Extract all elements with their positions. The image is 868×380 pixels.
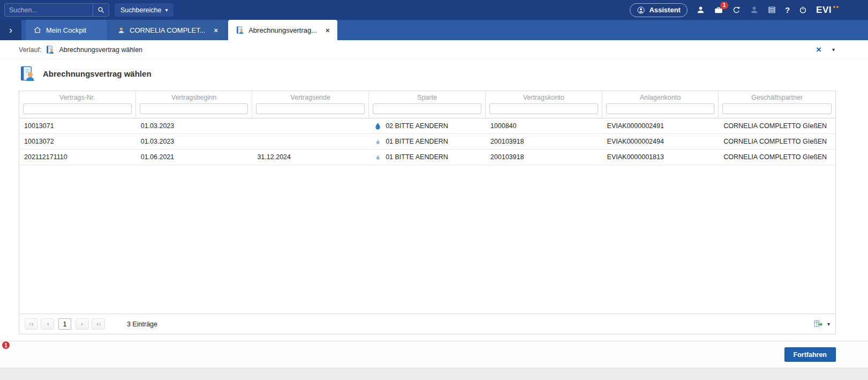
chevron-down-icon[interactable]: ▾: [832, 47, 835, 53]
assistant-icon: [637, 6, 645, 14]
pagination-bar: 3 Einträge ▾: [19, 314, 835, 334]
page-icon: [19, 65, 36, 82]
action-footer: Fortfahren: [0, 341, 868, 368]
export-icon: [813, 319, 824, 329]
help-icon: ?: [785, 5, 790, 14]
redo-button[interactable]: [732, 5, 741, 14]
last-page-button[interactable]: [92, 318, 105, 330]
history-breadcrumb: Verlauf: Abrechnungsvertrag wählen × ▾: [0, 40, 868, 59]
entries-count: 3 Einträge: [127, 321, 157, 328]
cell-vertrags-nr: 10013072: [19, 138, 136, 145]
history-entry-link[interactable]: Abrechnungsvertrag wählen: [59, 46, 142, 54]
filter-vertrags-nr[interactable]: [23, 103, 132, 114]
search-input[interactable]: [5, 4, 93, 16]
user-button[interactable]: [696, 5, 705, 14]
notification-badge: 1: [720, 2, 728, 9]
continue-button[interactable]: Fortfahren: [784, 347, 836, 362]
page-number-input[interactable]: [58, 318, 71, 330]
filter-sparte[interactable]: [373, 103, 481, 114]
table-header: Vertrags-Nr. Vertragsbeginn Vertragsende…: [19, 91, 835, 118]
cell-geschaeftspartner: CORNELIA COMPLETTO GIeßEN: [719, 122, 835, 130]
contracts-table: Vertrags-Nr. Vertragsbeginn Vertragsende…: [19, 91, 836, 334]
history-label: Verlauf:: [19, 46, 41, 54]
cell-sparte: 01 BITTE AENDERN: [369, 153, 486, 161]
app-window: Suchbereiche ▾ Assistent 1: [0, 0, 868, 380]
help-button[interactable]: ?: [785, 5, 790, 14]
cell-geschaeftspartner: CORNELIA COMPLETTO GIeßEN: [719, 138, 835, 145]
prev-page-icon: [44, 321, 51, 327]
water-drop-icon: [374, 122, 382, 130]
partner-icon: [117, 26, 125, 34]
assistant-button[interactable]: Assistent: [630, 3, 688, 17]
cell-vertragsbeginn: 01.03.2023: [136, 138, 253, 145]
filter-vertragsende[interactable]: [256, 103, 365, 114]
column-header-vertragsbeginn[interactable]: Vertragsbeginn: [136, 91, 253, 118]
table-row[interactable]: 10013072 01.03.2023 01 BITTE AENDERN 200…: [19, 134, 835, 150]
redo-arrow-icon: [732, 5, 741, 14]
tab-label: Mein Cockpit: [46, 26, 86, 34]
gas-flame-icon: [374, 153, 382, 161]
filter-geschaeftspartner[interactable]: [722, 103, 832, 114]
list-icon: [767, 5, 776, 14]
cell-anlagenkonto: EVIAK0000002491: [602, 122, 719, 130]
tab-abrechnungsvertrag[interactable]: Abrechnungsvertrag... ×: [228, 20, 337, 40]
column-header-geschaeftspartner[interactable]: Geschäftspartner: [719, 91, 835, 118]
cell-vertragsende: 31.12.2024: [252, 153, 369, 161]
column-header-anlagenkonto[interactable]: Anlagenkonto: [602, 91, 719, 118]
chevron-down-icon: ▾: [165, 8, 168, 13]
next-page-button[interactable]: [76, 318, 89, 330]
table-empty-area: [19, 165, 835, 314]
search-scope-label: Suchbereiche: [120, 6, 161, 14]
last-page-icon: [95, 321, 102, 327]
tab-mein-cockpit[interactable]: Mein Cockpit: [26, 20, 107, 40]
filter-vertragsbeginn[interactable]: [140, 103, 248, 114]
main-content: Verlauf: Abrechnungsvertrag wählen × ▾ A…: [0, 40, 868, 380]
next-page-icon: [79, 321, 86, 327]
app-logo-text: EVI: [816, 5, 832, 16]
column-header-sparte[interactable]: Sparte: [369, 91, 486, 118]
user-settings-button[interactable]: [750, 5, 759, 14]
contract-icon: [46, 45, 55, 54]
chevron-down-icon[interactable]: ▾: [827, 321, 830, 327]
assistant-label: Assistent: [649, 6, 681, 14]
statusbar: [0, 368, 868, 380]
cell-sparte: 02 BITTE AENDERN: [369, 122, 486, 130]
column-header-vertragsende[interactable]: Vertragsende: [252, 91, 369, 118]
gas-flame-icon: [374, 138, 382, 146]
logo-dots-icon: [833, 6, 839, 8]
table-row[interactable]: 10013071 01.03.2023 02 BITTE AENDERN 100…: [19, 118, 835, 134]
global-search: [4, 3, 109, 17]
tab-label: Abrechnungsvertrag...: [248, 26, 317, 34]
home-icon: [33, 26, 42, 34]
search-button[interactable]: [93, 4, 109, 16]
cell-anlagenkonto: EVIAK0000001813: [602, 153, 719, 161]
cell-anlagenkonto: EVIAK0000002494: [602, 138, 719, 145]
message-count-badge[interactable]: 1: [2, 341, 10, 349]
tab-label: CORNELIA COMPLET...: [130, 26, 206, 34]
tab-overflow-button[interactable]: ›: [0, 20, 21, 40]
export-controls: ▾: [813, 319, 830, 329]
tab-cornelia-completto[interactable]: CORNELIA COMPLET... ×: [110, 20, 225, 40]
filter-anlagenkonto[interactable]: [606, 103, 715, 114]
tasks-button[interactable]: 1: [714, 5, 723, 15]
user-icon: [696, 5, 705, 14]
list-button[interactable]: [767, 5, 776, 14]
first-page-button[interactable]: [25, 318, 38, 330]
app-logo: EVI: [816, 5, 839, 16]
logout-button[interactable]: [798, 5, 807, 14]
search-scope-button[interactable]: Suchbereiche ▾: [115, 3, 173, 17]
close-icon[interactable]: ×: [326, 26, 330, 34]
cell-vertragskonto: 200103918: [486, 138, 602, 145]
page-title: Abrechnungsvertrag wählen: [43, 69, 152, 78]
prev-page-button[interactable]: [41, 318, 54, 330]
filter-vertragskonto[interactable]: [489, 103, 598, 114]
page-header: Abrechnungsvertrag wählen: [0, 59, 868, 91]
export-button[interactable]: [813, 319, 824, 329]
column-header-vertragskonto[interactable]: Vertragskonto: [486, 91, 602, 118]
close-view-icon[interactable]: ×: [816, 45, 821, 54]
table-row[interactable]: 202112171110 01.06.2021 31.12.2024 01 BI…: [19, 150, 835, 165]
chevron-right-icon: ›: [9, 25, 12, 36]
close-icon[interactable]: ×: [214, 26, 218, 34]
cell-sparte: 01 BITTE AENDERN: [369, 138, 486, 146]
column-header-vertrags-nr[interactable]: Vertrags-Nr.: [19, 91, 136, 118]
